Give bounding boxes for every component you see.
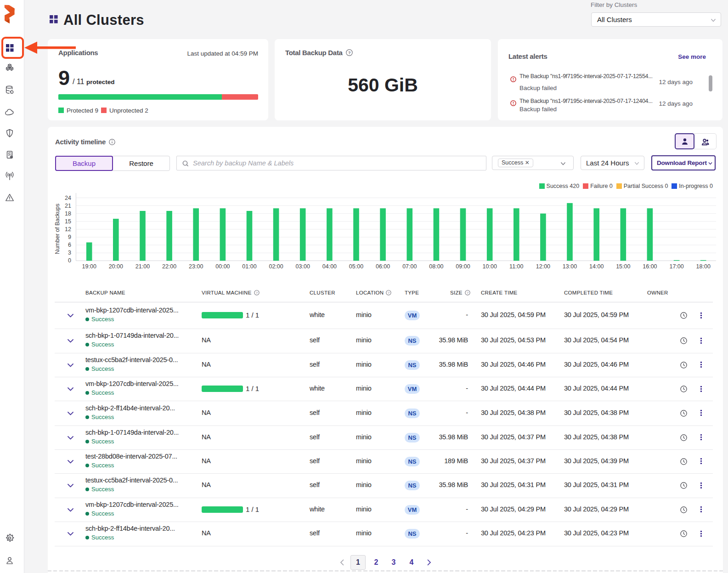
svg-text:19:00: 19:00 <box>82 263 96 270</box>
svg-text:21: 21 <box>65 203 71 209</box>
svg-text:18: 18 <box>65 210 71 217</box>
svg-text:?: ? <box>388 291 389 295</box>
svg-text:?: ? <box>256 291 258 295</box>
svg-text:04:00: 04:00 <box>322 263 337 270</box>
svg-text:05:00: 05:00 <box>349 263 363 270</box>
svg-text:11:00: 11:00 <box>509 263 523 270</box>
svg-text:23:00: 23:00 <box>189 263 203 270</box>
svg-text:07:00: 07:00 <box>402 263 417 270</box>
svg-text:14:00: 14:00 <box>589 263 604 270</box>
svg-text:22:00: 22:00 <box>162 263 176 270</box>
svg-text:01:00: 01:00 <box>242 263 256 270</box>
svg-text:03:00: 03:00 <box>296 263 310 270</box>
svg-text:12: 12 <box>65 226 71 233</box>
svg-text:?: ? <box>348 51 350 55</box>
svg-text:15: 15 <box>65 218 71 225</box>
svg-text:17:00: 17:00 <box>669 263 683 270</box>
svg-text:10:00: 10:00 <box>483 263 497 270</box>
svg-text:24: 24 <box>65 195 71 201</box>
svg-text:6: 6 <box>68 242 71 248</box>
svg-text:00:00: 00:00 <box>215 263 230 270</box>
svg-text:16:00: 16:00 <box>643 263 657 270</box>
svg-text:13:00: 13:00 <box>563 263 577 270</box>
svg-text:?: ? <box>467 291 468 295</box>
svg-text:9: 9 <box>68 234 71 240</box>
svg-text:06:00: 06:00 <box>376 263 390 270</box>
svg-text:Number of Backups: Number of Backups <box>54 204 61 254</box>
svg-text:09:00: 09:00 <box>456 263 470 270</box>
svg-text:18:00: 18:00 <box>696 263 711 270</box>
svg-text:15:00: 15:00 <box>616 263 630 270</box>
svg-text:0: 0 <box>68 257 71 264</box>
svg-text:02:00: 02:00 <box>269 263 283 270</box>
svg-text:12:00: 12:00 <box>536 263 550 270</box>
svg-text:3: 3 <box>68 250 71 256</box>
svg-text:21:00: 21:00 <box>135 263 150 270</box>
svg-text:20:00: 20:00 <box>109 263 123 270</box>
svg-text:08:00: 08:00 <box>429 263 443 270</box>
